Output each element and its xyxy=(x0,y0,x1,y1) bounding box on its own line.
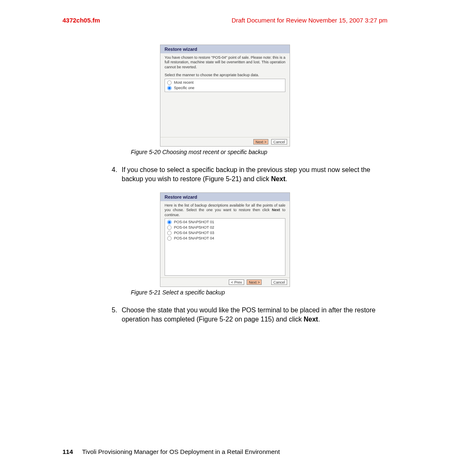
cancel-button[interactable]: Cancel xyxy=(271,139,287,145)
radio-label: Specific one xyxy=(174,86,195,90)
radio-snapshot-02[interactable] xyxy=(167,225,171,229)
cancel-button[interactable]: Cancel xyxy=(271,279,287,285)
header-draft-notice: Draft Document for Review November 15, 2… xyxy=(232,17,388,24)
wizard-intro: Here is the list of backup descriptions … xyxy=(165,203,285,217)
step-4: 4. If you chose to select a specific bac… xyxy=(112,165,388,183)
wizard-option-box: Most recent Specific one xyxy=(165,79,285,92)
book-title: Tivoli Provisioning Manager for OS Deplo… xyxy=(82,448,280,455)
step-text: If you chose to select a specific backup… xyxy=(122,165,388,183)
snapshot-label: POS-04 SNAPSHOT 03 xyxy=(174,231,214,235)
wizard-backup-list: POS-04 SNAPSHOT 01 POS-04 SNAPSHOT 02 PO… xyxy=(165,218,285,276)
snapshot-item[interactable]: POS-04 SNAPSHOT 02 xyxy=(167,225,283,230)
header-filename: 4372ch05.fm xyxy=(62,17,100,24)
step-number: 4. xyxy=(112,165,122,183)
step-number: 5. xyxy=(112,306,122,324)
radio-snapshot-03[interactable] xyxy=(167,231,171,235)
wizard-footer: Next > Cancel xyxy=(160,137,290,146)
snapshot-item[interactable]: POS-04 SNAPSHOT 01 xyxy=(167,219,283,225)
snapshot-label: POS-04 SNAPSHOT 02 xyxy=(174,225,214,229)
document-page: 4372ch05.fm Draft Document for Review No… xyxy=(0,0,450,476)
wizard-title: Restore wizard xyxy=(160,45,290,53)
radio-input-most-recent[interactable] xyxy=(167,80,171,85)
radio-most-recent[interactable]: Most recent xyxy=(167,80,283,85)
figure-caption-5-21: Figure 5-21 Select a specific backup xyxy=(131,289,388,296)
figure-caption-5-20: Figure 5-20 Choosing most recent or spec… xyxy=(131,149,388,155)
wizard-paragraph-1: You have chosen to restore "POS-04" poin… xyxy=(165,55,285,70)
restore-wizard-figure-5-21: Restore wizard Here is the list of backu… xyxy=(160,192,290,287)
page-footer: 114 Tivoli Provisioning Manager for OS D… xyxy=(62,448,388,455)
page-number: 114 xyxy=(62,448,73,455)
radio-snapshot-01[interactable] xyxy=(167,220,171,224)
wizard-body: Here is the list of backup descriptions … xyxy=(160,201,290,277)
prev-button[interactable]: < Prev xyxy=(229,279,244,285)
next-button[interactable]: Next > xyxy=(247,279,262,285)
snapshot-label: POS-04 SNAPSHOT 01 xyxy=(174,220,214,224)
wizard-body: You have chosen to restore "POS-04" poin… xyxy=(160,53,290,137)
next-button[interactable]: Next > xyxy=(253,139,268,145)
wizard-footer: < Prev Next > Cancel xyxy=(160,277,290,287)
restore-wizard-figure-5-20: Restore wizard You have chosen to restor… xyxy=(160,45,290,147)
wizard-paragraph-2: Select the manner to choose the apropria… xyxy=(165,73,285,77)
snapshot-item[interactable]: POS-04 SNAPSHOT 04 xyxy=(167,236,283,241)
radio-input-specific-one[interactable] xyxy=(167,86,171,90)
snapshot-item[interactable]: POS-04 SNAPSHOT 03 xyxy=(167,230,283,236)
radio-snapshot-04[interactable] xyxy=(167,236,171,240)
radio-label: Most recent xyxy=(174,80,194,85)
page-header: 4372ch05.fm Draft Document for Review No… xyxy=(62,17,388,24)
radio-specific-one[interactable]: Specific one xyxy=(167,85,283,91)
wizard-title: Restore wizard xyxy=(160,193,290,201)
step-5: 5. Choose the state that you would like … xyxy=(112,306,388,324)
step-text: Choose the state that you would like the… xyxy=(122,306,388,324)
snapshot-label: POS-04 SNAPSHOT 04 xyxy=(174,236,214,240)
